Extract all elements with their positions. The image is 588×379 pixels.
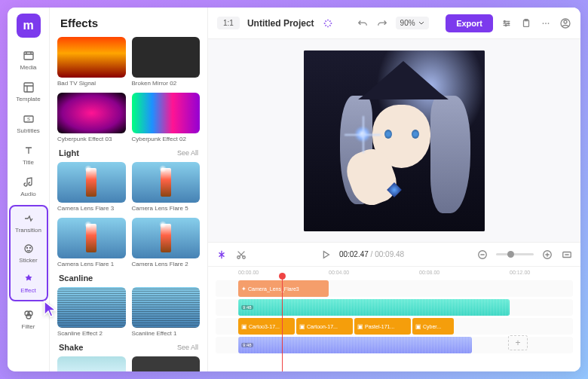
effect-thumb — [57, 287, 126, 328]
subtitles-icon: S — [23, 113, 35, 125]
clip-label: Cyber... — [423, 324, 441, 329]
rail-template[interactable]: Template — [11, 77, 47, 107]
effect-card[interactable] — [132, 356, 201, 371]
svg-rect-1 — [24, 83, 33, 92]
rail-label: Title — [23, 159, 34, 166]
section-title: Shake — [59, 343, 83, 352]
effect-label: Bad TV Signal — [57, 80, 126, 87]
split-icon[interactable] — [216, 249, 228, 261]
rail-label: Subtitles — [17, 127, 40, 134]
track-audio[interactable]: 9:48 — [216, 299, 573, 316]
effect-card[interactable] — [57, 356, 126, 371]
current-time: 00:02.47 — [339, 250, 369, 258]
clip-label: Cartoo3-17... — [249, 324, 280, 329]
rail-transition[interactable]: Transition — [11, 208, 47, 238]
effect-card[interactable]: Bad TV Signal — [57, 37, 126, 87]
effect-thumb — [57, 162, 126, 203]
topbar: 1:1 Untitled Project 90% Export — [208, 8, 580, 39]
panel-body[interactable]: Bad TV Signal Broken Mirror 02 Cyberpunk… — [50, 37, 207, 371]
rail-subtitles[interactable]: S Subtitles — [11, 109, 47, 139]
svg-point-12 — [505, 24, 507, 26]
image-icon: ▣ — [357, 323, 363, 330]
template-icon — [23, 81, 35, 93]
transition-icon — [23, 212, 35, 225]
magic-icon[interactable] — [322, 17, 334, 29]
zoom-out-icon[interactable] — [476, 249, 488, 261]
rail-audio[interactable]: Audio — [11, 172, 47, 202]
clip-image[interactable]: ▣Pastel-171... — [354, 318, 411, 335]
effect-thumb — [132, 218, 201, 258]
effect-card[interactable]: Camera Lens Flare 5 — [132, 162, 201, 212]
effect-thumb — [132, 162, 201, 203]
svg-text:S: S — [26, 117, 29, 121]
timeline-body[interactable]: 00:00.00 00:04.00 00:08.00 00:12.00 ✦Cam… — [208, 267, 580, 371]
redo-icon[interactable] — [376, 17, 388, 29]
main-area: 1:1 Untitled Project 90% Export — [208, 8, 580, 371]
add-track-button[interactable]: + — [508, 335, 528, 350]
effect-label: Scanline Effect 2 — [57, 330, 126, 337]
effect-card[interactable]: Scanline Effect 1 — [132, 287, 201, 337]
zoom-in-icon[interactable] — [541, 249, 553, 261]
rail-title[interactable]: Title — [11, 140, 47, 170]
svg-point-5 — [26, 248, 27, 249]
clip-image[interactable]: ▣Cartoo3-17... — [238, 318, 295, 335]
sparkle-icon: ✦ — [241, 286, 247, 292]
effect-card[interactable]: Cyberpunk Effect 03 — [57, 93, 126, 142]
clip-image[interactable]: ▣Cartoon-17... — [296, 318, 353, 335]
clip-audio[interactable]: 9:48 — [238, 337, 472, 353]
account-icon[interactable] — [559, 17, 571, 29]
effect-card[interactable]: Scanline Effect 2 — [57, 287, 126, 337]
effect-card[interactable]: Camera Lens Flare 2 — [132, 218, 201, 267]
cut-icon[interactable] — [235, 249, 247, 261]
audio-icon — [23, 176, 35, 188]
svg-point-6 — [29, 248, 30, 249]
preview-canvas[interactable] — [304, 50, 485, 231]
clip-image[interactable]: ▣Cyber... — [412, 318, 454, 335]
app-logo[interactable]: m — [17, 14, 41, 38]
rail-media[interactable]: Media — [11, 45, 47, 75]
rail-filter[interactable]: Filter — [11, 304, 47, 335]
rail-label: Template — [16, 96, 40, 102]
zoom-slider[interactable] — [496, 253, 534, 255]
effect-label: Camera Lens Flare 2 — [132, 261, 201, 267]
clip-effect[interactable]: ✦Camera_Lens_Flare3 — [238, 280, 329, 297]
effect-card[interactable]: Camera Lens Flare 1 — [57, 218, 126, 267]
aspect-ratio-button[interactable]: 1:1 — [217, 17, 240, 29]
settings-icon[interactable] — [501, 17, 513, 29]
more-icon[interactable] — [540, 17, 552, 29]
play-icon[interactable] — [320, 249, 332, 261]
panel-title: Effects — [50, 8, 207, 37]
track-video[interactable]: ▣Cartoo3-17... ▣Cartoon-17... ▣Pastel-17… — [216, 318, 573, 335]
track-audio-2[interactable]: 9:48 + — [216, 337, 573, 353]
effect-thumb — [57, 356, 126, 371]
clip-label: Cartoon-17... — [307, 324, 338, 329]
effect-icon — [23, 273, 35, 285]
rail-sticker[interactable]: Sticker — [11, 238, 47, 268]
track-effect[interactable]: ✦Camera_Lens_Flare3 — [216, 280, 573, 297]
sticker-icon — [23, 243, 35, 255]
effect-label: Camera Lens Flare 3 — [57, 205, 126, 212]
preview-area — [208, 39, 580, 242]
clip-audio[interactable]: 9:48 — [238, 299, 510, 316]
effect-card[interactable]: Broken Mirror 02 — [132, 37, 201, 87]
see-all-link[interactable]: See All — [177, 149, 198, 157]
section-title: Light — [59, 148, 79, 157]
clip-label: Pastel-171... — [365, 324, 394, 329]
effect-card[interactable]: Cyberpunk Effect 02 — [132, 93, 201, 142]
export-button[interactable]: Export — [446, 14, 493, 32]
playhead[interactable] — [282, 277, 283, 371]
clipboard-icon[interactable] — [520, 17, 532, 29]
chevron-down-icon — [418, 20, 424, 26]
fit-icon[interactable] — [561, 249, 573, 261]
effect-card[interactable]: Camera Lens Flare 3 — [57, 162, 126, 212]
timeline: 00:02.47 / 00:09.48 00:00.00 00:04.00 00… — [208, 242, 580, 371]
zoom-select[interactable]: 90% — [396, 17, 429, 29]
rail-highlight-group: Transition Sticker Effect — [9, 205, 48, 301]
undo-icon[interactable] — [357, 17, 369, 29]
see-all-link[interactable]: See All — [177, 344, 198, 351]
rail-effect[interactable]: Effect — [11, 268, 47, 298]
svg-point-15 — [545, 23, 547, 24]
rail-label: Sticker — [19, 257, 37, 264]
svg-point-18 — [564, 20, 567, 23]
project-name[interactable]: Untitled Project — [247, 18, 314, 29]
